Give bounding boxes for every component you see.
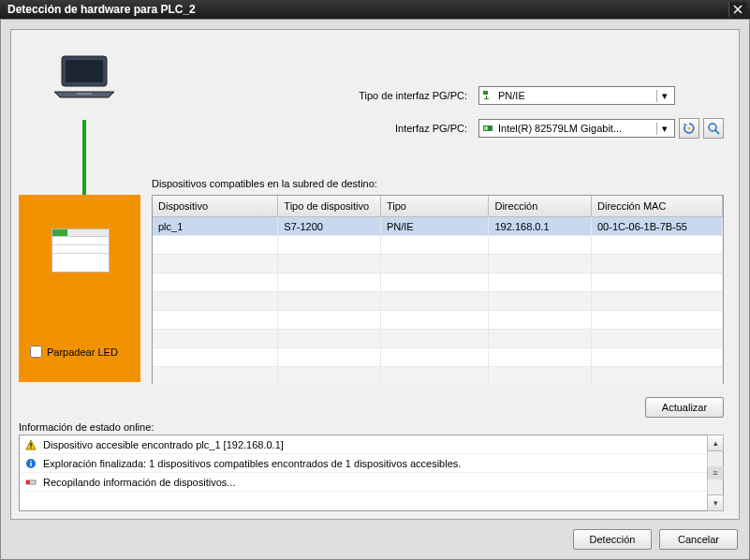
status-item: Dispositivo accesible encontrado plc_1 [… — [20, 435, 723, 454]
svg-point-9 — [709, 124, 716, 131]
dialog-body: Tipo de interfaz PG/PC: PN/IE ▾ Interfaz… — [10, 29, 740, 520]
status-text: Dispositivo accesible encontrado plc_1 [… — [43, 439, 284, 450]
scroll-mid-icon[interactable]: ≡ — [707, 466, 724, 479]
cell-device: plc_1 — [153, 217, 278, 236]
status-item: Exploración finalizada: 1 dispositivos c… — [20, 454, 723, 473]
pgpc-interface-label: Interfaz PG/PC: — [292, 123, 478, 134]
status-item: Recopilando información de dispositivos.… — [20, 473, 723, 492]
table-row[interactable]: plc_1 S7-1200 PN/IE 192.168.0.1 00-1C-06… — [153, 217, 723, 236]
chevron-down-icon: ▾ — [656, 90, 672, 102]
compatible-devices-label: Dispositivos compatibles en la subred de… — [152, 178, 377, 189]
svg-rect-3 — [483, 91, 488, 95]
nic-icon — [481, 122, 494, 135]
flash-led-checkbox[interactable] — [30, 346, 42, 358]
status-text: Exploración finalizada: 1 dispositivos c… — [43, 458, 461, 469]
flash-led-row[interactable]: Parpadear LED — [30, 346, 133, 358]
pgpc-type-value: PN/IE — [498, 90, 656, 101]
cell-addr: 192.168.0.1 — [489, 217, 592, 236]
cell-dtype: S7-1200 — [278, 217, 381, 236]
svg-rect-11 — [30, 443, 31, 447]
flash-led-label: Parpadear LED — [47, 346, 118, 358]
status-list: Dispositivo accesible encontrado plc_1 [… — [19, 435, 724, 511]
interface-properties-button[interactable] — [703, 118, 724, 139]
device-preview-panel: Parpadear LED — [19, 195, 140, 382]
col-mac[interactable]: Dirección MAC — [592, 196, 723, 217]
window-title: Detección de hardware para PLC_2 — [7, 3, 196, 16]
svg-rect-15 — [30, 460, 31, 461]
status-label: Información de estado online: — [19, 421, 154, 433]
pgpc-type-label: Tipo de interfaz PG/PC: — [292, 90, 478, 101]
svg-rect-5 — [484, 98, 489, 99]
pgpc-type-dropdown[interactable]: PN/IE ▾ — [478, 86, 675, 105]
cell-type: PN/IE — [380, 217, 489, 236]
refresh-interface-button[interactable] — [679, 118, 699, 139]
cell-mac: 00-1C-06-1B-7B-55 — [592, 217, 723, 236]
device-graphic — [51, 228, 110, 273]
svg-rect-14 — [30, 463, 31, 466]
progress-icon — [24, 476, 37, 489]
pgpc-interface-dropdown[interactable]: Intel(R) 82579LM Gigabit... ▾ — [478, 119, 675, 138]
col-devicetype[interactable]: Tipo de dispositivo — [278, 196, 381, 217]
svg-rect-17 — [26, 480, 30, 484]
devices-table[interactable]: Dispositivo Tipo de dispositivo Tipo Dir… — [152, 195, 724, 384]
update-button[interactable]: Actualizar — [645, 397, 724, 418]
network-icon — [481, 89, 494, 102]
scroll-up-icon[interactable]: ▴ — [707, 435, 724, 451]
close-icon[interactable] — [728, 2, 746, 17]
svg-point-8 — [688, 127, 690, 129]
svg-rect-1 — [66, 60, 103, 82]
scroll-down-icon[interactable]: ▾ — [707, 494, 724, 511]
info-icon — [24, 457, 37, 470]
detect-button[interactable]: Detección — [573, 529, 652, 550]
svg-rect-7 — [484, 126, 488, 130]
chevron-down-icon: ▾ — [656, 123, 672, 135]
col-address[interactable]: Dirección — [489, 196, 592, 217]
cancel-button[interactable]: Cancelar — [659, 529, 738, 550]
pgpc-interface-value: Intel(R) 82579LM Gigabit... — [498, 123, 656, 134]
titlebar: Detección de hardware para PLC_2 — [0, 0, 750, 20]
status-scrollbar[interactable]: ▴ ≡ ▾ — [707, 435, 723, 510]
svg-rect-12 — [30, 447, 31, 448]
warning-icon — [24, 438, 37, 451]
col-device[interactable]: Dispositivo — [153, 196, 278, 217]
status-text: Recopilando información de dispositivos.… — [43, 477, 235, 488]
col-type[interactable]: Tipo — [380, 196, 489, 217]
svg-line-10 — [715, 130, 719, 134]
svg-rect-2 — [77, 93, 92, 95]
laptop-icon — [52, 54, 116, 101]
